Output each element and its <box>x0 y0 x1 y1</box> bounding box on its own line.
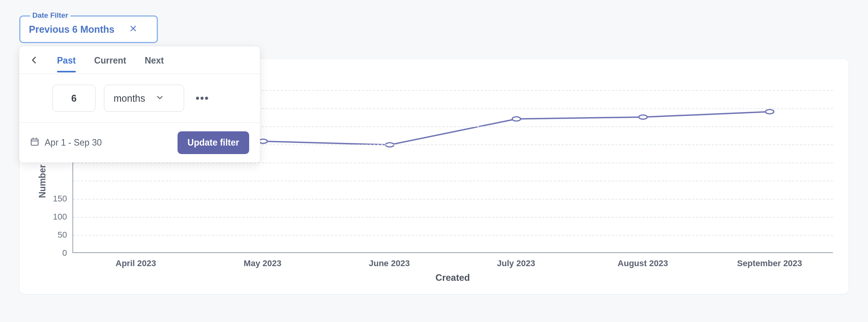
tab-past[interactable]: Past <box>57 48 76 72</box>
svg-point-5 <box>639 115 647 119</box>
tab-next[interactable]: Next <box>145 48 164 72</box>
grid-line <box>73 163 833 163</box>
x-tick: June 2023 <box>326 258 452 268</box>
grid-line <box>73 199 833 200</box>
grid-line <box>73 181 833 181</box>
unit-label: months <box>114 93 145 104</box>
more-options-button[interactable]: ••• <box>193 89 212 107</box>
x-tick: September 2023 <box>706 258 833 268</box>
date-filter-legend: Date Filter <box>30 11 70 20</box>
update-filter-button[interactable]: Update filter <box>178 131 249 154</box>
quantity-input[interactable] <box>52 85 96 112</box>
close-icon[interactable] <box>130 25 137 34</box>
grid-line <box>73 217 833 218</box>
chevron-down-icon <box>156 94 164 103</box>
back-button[interactable] <box>30 56 39 64</box>
calendar-icon <box>30 137 39 149</box>
grid-line <box>73 235 833 236</box>
date-filter-value: Previous 6 Months <box>29 24 114 35</box>
tab-current[interactable]: Current <box>94 48 126 72</box>
x-tick: August 2023 <box>580 258 706 268</box>
unit-select[interactable]: months <box>104 85 184 112</box>
x-tick: April 2023 <box>72 258 199 268</box>
x-axis: April 2023May 2023June 2023July 2023Augu… <box>72 253 833 268</box>
x-tick: July 2023 <box>453 258 580 268</box>
svg-point-6 <box>766 109 774 114</box>
date-range-text: Apr 1 - Sep 30 <box>45 138 102 148</box>
date-filter-field: Date Filter Previous 6 Months <box>19 15 158 43</box>
date-filter-popover: Past Current Next months ••• Apr 1 - Sep… <box>19 46 260 163</box>
svg-rect-7 <box>31 139 38 145</box>
svg-point-2 <box>259 139 267 143</box>
svg-point-4 <box>512 117 521 121</box>
x-axis-label: Created <box>72 272 833 283</box>
x-tick: May 2023 <box>199 258 326 268</box>
